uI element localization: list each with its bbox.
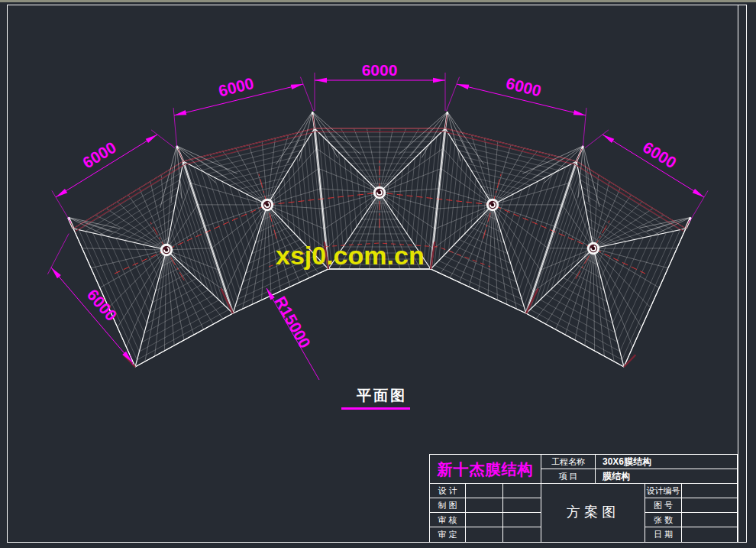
company-name: 新十杰膜结构 — [430, 455, 541, 484]
watermark-text: xsj0.com.cn — [276, 241, 425, 270]
title-block: 新十杰膜结构 工程名称 30X6膜结构 项 目 膜结构 设 计 制 图 审 核 … — [429, 454, 738, 543]
designer-label: 设 计 — [430, 484, 466, 498]
dim-label-2: 6000 — [217, 74, 256, 100]
dim-label-3: 6000 — [362, 61, 398, 79]
empty-cell — [503, 498, 541, 513]
dim-label-6: 6000 — [84, 286, 121, 324]
dim-label-1: 6000 — [79, 138, 119, 172]
empty-cell — [466, 513, 503, 527]
empty-cell — [682, 513, 737, 527]
drawing-number-label: 图 号 — [645, 498, 682, 513]
dim-label-4: 6000 — [504, 74, 543, 100]
empty-cell — [682, 484, 737, 498]
scheme-drawing-label: 方案图 — [541, 484, 645, 542]
checker-label: 审 核 — [430, 513, 466, 527]
empty-cell — [503, 513, 541, 527]
empty-cell — [503, 527, 541, 542]
plan-view-label: 平面图 — [336, 386, 428, 406]
plan-label-underline — [341, 407, 410, 410]
approver-label: 审 定 — [430, 527, 466, 542]
empty-cell — [466, 484, 503, 498]
sheet-count-label: 张 数 — [645, 513, 682, 527]
cad-canvas: { "colors": { "background": "#262b33", "… — [0, 0, 756, 548]
empty-cell — [682, 527, 737, 542]
dim-label-5: 6000 — [640, 138, 680, 172]
project-name-value: 30X6膜结构 — [596, 455, 737, 469]
design-number-label: 设计编号 — [645, 484, 682, 498]
date-label: 日 期 — [645, 527, 682, 542]
project-name-label: 工程名称 — [541, 455, 596, 469]
item-value: 膜结构 — [596, 469, 737, 484]
empty-cell — [466, 498, 503, 513]
empty-cell — [682, 498, 737, 513]
drafter-label: 制 图 — [430, 498, 466, 513]
item-label: 项 目 — [541, 469, 596, 484]
empty-cell — [466, 527, 503, 542]
radius-dim-label: R15000 — [272, 293, 315, 351]
empty-cell — [503, 484, 541, 498]
